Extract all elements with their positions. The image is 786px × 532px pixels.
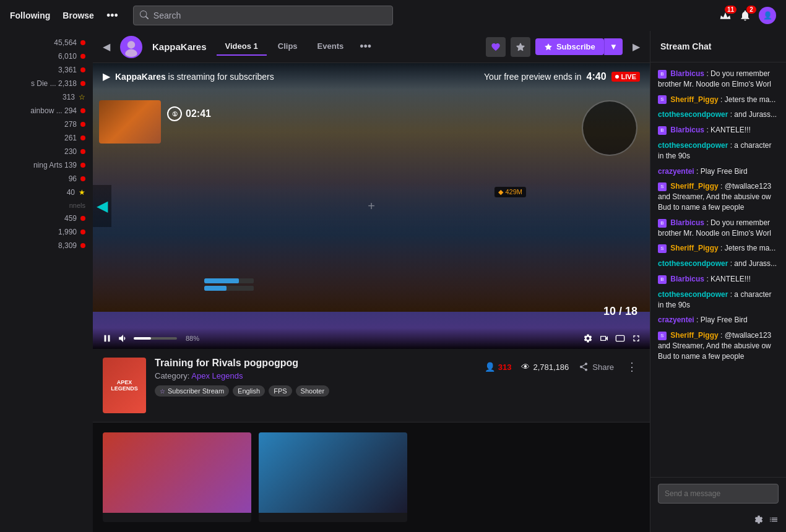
chat-username[interactable]: Sheriff_Piggy [670,331,718,340]
chat-username[interactable]: ctothesecondpower [658,141,728,150]
chat-username[interactable]: Sheriff_Piggy [670,244,718,252]
chat-username[interactable]: Sheriff_Piggy [670,95,718,104]
stream-expand-icon: ▶ [103,71,110,82]
chat-username[interactable]: Blarbicus [670,69,704,78]
thumbnail-card[interactable] [103,432,251,522]
volume-button[interactable] [118,333,129,344]
quality-label: 88% [186,335,199,342]
camera-button[interactable] [599,333,609,343]
chat-username[interactable]: Blarbicus [670,126,704,134]
user-avatar[interactable]: 👤 [759,7,776,24]
chat-panel: Stream Chat B Blarbicus : Do you remembe… [650,31,786,532]
live-dot [80,216,85,221]
sidebar-item[interactable]: 40 ★ [0,186,93,199]
chat-badge: S [658,95,667,104]
sidebar-item[interactable]: 261 [0,131,93,145]
chat-settings-icon[interactable] [754,515,764,527]
notifications-button[interactable]: 2 [739,9,751,22]
tag-subscriber-stream[interactable]: ☆ Subscriber Stream [155,385,229,397]
video-side-arrow[interactable]: ◀ [93,185,111,227]
sidebar-item[interactable]: 96 [0,172,93,186]
chat-input[interactable] [658,484,779,504]
theater-button[interactable] [615,333,625,343]
chat-username[interactable]: Blarbicus [670,275,704,283]
nav-browse[interactable]: Browse [63,11,94,20]
sidebar-item[interactable]: 8,309 [0,239,93,252]
tab-events[interactable]: Events [309,38,353,56]
channel-name[interactable]: KappaKares [152,41,207,52]
sidebar-item[interactable]: 6,010 [0,49,93,63]
fullscreen-button[interactable] [631,333,641,343]
stream-subtitle: KappaKares is streaming for subscribers [115,72,274,82]
sidebar-section: nnels [0,199,93,212]
share-button[interactable]: Share [579,362,614,372]
chat-username[interactable]: crazyentei [658,167,694,176]
bottom-thumbnails [93,423,650,532]
sidebar-item[interactable]: ning Arts 139 [0,158,93,172]
category-link[interactable]: Apex Legends [191,371,243,380]
video-controls: 88% [93,328,650,349]
channel-more-icon[interactable]: ••• [355,40,376,53]
chat-username[interactable]: Sheriff_Piggy [670,182,718,191]
subscribe-button[interactable]: Subscribe [535,38,604,55]
tag-english[interactable]: English [233,385,265,397]
crown-button[interactable]: 11 [719,9,732,22]
search-icon [140,11,149,21]
chat-text: : KANTELE!!! [706,275,750,283]
mini-map [582,100,637,156]
chat-text: : Play Free Bird [696,167,748,176]
settings-button[interactable] [583,333,593,343]
chat-username[interactable]: ctothesecondpower [658,110,728,119]
health-bars [204,278,254,293]
subscribe-dropdown-button[interactable]: ▼ [604,38,623,55]
tab-clips[interactable]: Clips [269,38,306,56]
pause-button[interactable] [101,333,113,344]
chat-text: : and Jurass... [730,259,777,268]
next-channel-arrow[interactable]: ▶ [633,41,640,53]
chat-list-icon[interactable] [769,515,779,527]
tag-fps[interactable]: FPS [269,385,292,397]
chat-username[interactable]: crazyentei [658,315,694,324]
stream-more-button[interactable]: ⋮ [624,358,640,376]
sidebar: 45,564 6,010 3,361 s Die ... 2,318 313 ☆… [0,31,93,532]
search-input[interactable]: Search [153,11,181,20]
chat-badge: S [658,182,667,191]
chat-message: S Sheriff_Piggy : @twallace123 and Strea… [658,330,779,361]
search-bar[interactable]: Search [133,6,393,25]
stream-title: Training for Rivals pogpogpog [155,358,476,369]
sidebar-item[interactable]: 3,361 [0,63,93,77]
chat-message: B Blarbicus : Do you remember brother Mr… [658,218,779,239]
follow-button[interactable] [486,37,506,57]
thumbnail-image [259,432,407,513]
star-icon: ☆ [79,93,85,101]
chat-username[interactable]: ctothesecondpower [658,290,728,299]
sidebar-item[interactable]: ainbow ... 294 [0,104,93,118]
stream-tags: ☆ Subscriber Stream English FPS Shooter [155,385,476,397]
sidebar-item[interactable]: 1,990 [0,225,93,239]
sidebar-item[interactable]: 45,564 [0,36,93,49]
sidebar-item[interactable]: 313 ☆ [0,90,93,104]
chat-username[interactable]: Blarbicus [670,218,704,227]
live-dot [80,122,85,127]
chat-message: B Blarbicus : KANTELE!!! [658,125,779,135]
total-views-stat: 👁 2,781,186 [521,362,569,372]
nav-more-icon[interactable]: ••• [106,9,118,22]
chat-message: ctothesecondpower : a character in the 9… [658,290,779,311]
sidebar-item[interactable]: 278 [0,118,93,131]
game-thumbnail[interactable]: APEX LEGENDS [103,358,146,413]
nav-following[interactable]: Following [10,11,50,20]
video-frame[interactable]: ▶ KappaKares is streaming for subscriber… [93,63,650,349]
crown-badge: 11 [725,6,736,14]
tag-shooter[interactable]: Shooter [296,385,330,397]
chat-username[interactable]: ctothesecondpower [658,259,728,268]
thumbnail-card[interactable] [259,432,407,522]
notifications-channel-button[interactable] [511,37,530,57]
tab-videos[interactable]: Videos 1 [217,38,267,56]
volume-slider[interactable] [134,337,177,340]
sidebar-item[interactable]: s Die ... 2,318 [0,77,93,90]
sidebar-item[interactable]: 459 [0,212,93,225]
chat-messages: B Blarbicus : Do you remember brother Mr… [650,62,786,477]
sidebar-item[interactable]: 230 [0,145,93,158]
svg-point-2 [125,49,137,58]
prev-channel-arrow[interactable]: ◀ [103,41,110,53]
